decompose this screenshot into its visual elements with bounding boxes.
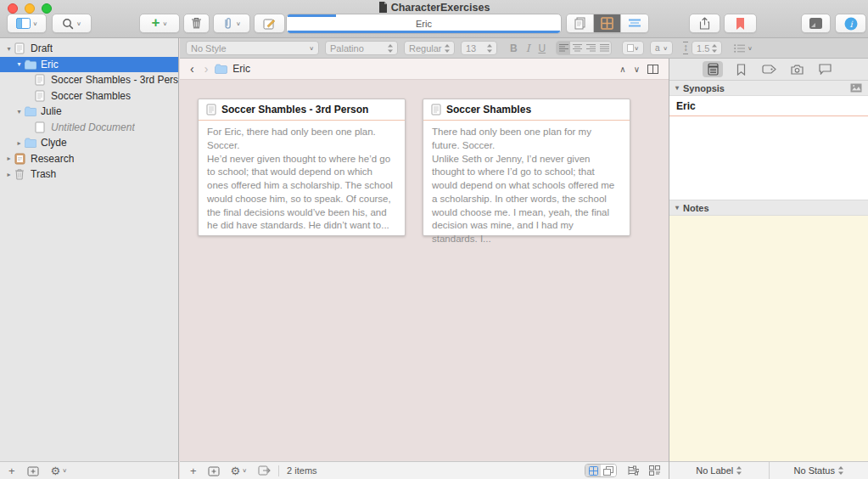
synopsis-title-text[interactable]: Eric xyxy=(669,96,868,116)
disclosure-closed-icon[interactable]: ▸ xyxy=(4,171,14,178)
add-item-button[interactable]: + ∨ xyxy=(139,14,180,33)
index-card-synopsis: For Eric, there had only been one plan. … xyxy=(199,121,405,238)
synopsis-editor[interactable]: Eric xyxy=(669,96,868,200)
add-folder-button[interactable] xyxy=(27,465,39,476)
binder-item-label: Soccer Shambles - 3rd Person xyxy=(51,74,178,86)
divider xyxy=(278,465,279,476)
attach-button[interactable]: ∨ xyxy=(213,14,250,33)
tab-notes[interactable] xyxy=(703,61,723,77)
corkboard-action-menu[interactable]: ⚙ ∨ xyxy=(231,465,248,476)
binder-item-soccer-shambles[interactable]: Soccer Shambles xyxy=(0,88,178,104)
index-card[interactable]: Soccer Shambles There had only been one … xyxy=(423,99,630,236)
binder-item-eric[interactable]: ▾ Eric xyxy=(0,57,178,73)
font-weight-value: Regular xyxy=(409,43,442,54)
notes-section-header[interactable]: ▾ Notes xyxy=(669,200,868,216)
binder-item-trash[interactable]: ▸ Trash xyxy=(0,166,178,183)
next-document-button[interactable]: ∨ xyxy=(634,65,640,74)
disclosure-open-icon[interactable]: ▾ xyxy=(4,45,14,53)
grid-corkboard-button[interactable] xyxy=(585,465,601,476)
highlight-dropdown[interactable]: a ∨ xyxy=(650,41,673,55)
window-title: CharacterExercises xyxy=(0,2,868,14)
align-right-button[interactable] xyxy=(584,42,597,54)
binder-item-research[interactable]: ▸ Research xyxy=(0,151,178,167)
info-icon: i xyxy=(844,17,858,31)
editor-location-label[interactable]: Eric xyxy=(232,63,250,75)
binder-item-draft[interactable]: ▾ Draft xyxy=(0,41,178,57)
corkboard-view-button[interactable] xyxy=(594,14,621,32)
corkboard-options-button[interactable] xyxy=(649,465,660,476)
underline-button[interactable]: U xyxy=(538,42,546,54)
disclosure-open-icon[interactable]: ▾ xyxy=(675,204,679,211)
status-popup[interactable]: No Status xyxy=(770,462,868,479)
disclosure-open-icon[interactable]: ▾ xyxy=(675,84,679,92)
text-color-dropdown[interactable]: ∨ xyxy=(622,41,644,55)
chevron-down-icon: ∨ xyxy=(33,20,38,25)
binder-item-soccer-shambles-3rd-person[interactable]: Soccer Shambles - 3rd Person xyxy=(0,72,178,88)
freeform-corkboard-button[interactable] xyxy=(601,465,616,476)
align-left-button[interactable] xyxy=(557,42,570,54)
scrivener-window: CharacterExercises ∨ ∨ + ∨ xyxy=(0,0,868,479)
open-in-other-editor-button[interactable] xyxy=(258,465,271,476)
bookmarks-button[interactable] xyxy=(724,14,757,33)
notes-editor[interactable] xyxy=(669,216,868,462)
titlebar: CharacterExercises ∨ ∨ + ∨ xyxy=(0,0,868,38)
synopsis-image-toggle[interactable] xyxy=(850,83,862,93)
list-dropdown[interactable]: ∨ xyxy=(734,44,753,53)
tab-metadata[interactable] xyxy=(759,61,779,77)
label-popup[interactable]: No Label xyxy=(669,462,770,479)
compose-mode-button[interactable] xyxy=(801,14,831,33)
disclosure-closed-icon[interactable]: ▸ xyxy=(14,139,24,147)
stepper-icon xyxy=(712,44,717,53)
bold-button[interactable]: B xyxy=(510,42,518,54)
arrange-by-label-button[interactable] xyxy=(627,465,639,476)
line-spacing-stepper[interactable]: 1.5 xyxy=(692,41,722,55)
inspector-toggle-button[interactable]: i xyxy=(835,14,866,33)
tab-comments[interactable] xyxy=(815,61,835,77)
synopsis-section-header[interactable]: ▾ Synopsis xyxy=(669,81,868,96)
trash-button[interactable] xyxy=(183,14,210,33)
tab-bookmarks[interactable] xyxy=(731,61,751,77)
search-button[interactable]: ∨ xyxy=(52,14,92,33)
previous-document-button[interactable]: ∧ xyxy=(619,65,625,74)
style-dropdown[interactable]: No Style ∨ xyxy=(186,41,319,55)
stepper-icon xyxy=(388,44,393,53)
compose-mode-icon xyxy=(809,18,822,29)
inspector-footer: No Label No Status xyxy=(669,461,868,479)
binder-item-julie[interactable]: ▾ Julie xyxy=(0,104,178,120)
align-justify-button[interactable] xyxy=(597,42,611,54)
chevron-down-icon: ∨ xyxy=(663,45,668,50)
font-dropdown[interactable]: Palatino xyxy=(325,41,398,55)
align-center-button[interactable] xyxy=(570,42,584,54)
italic-button[interactable]: I xyxy=(526,42,530,54)
disclosure-open-icon[interactable]: ▾ xyxy=(14,108,24,116)
tab-snapshots[interactable] xyxy=(787,61,807,77)
index-card-title: Soccer Shambles - 3rd Person xyxy=(221,104,368,116)
binder-item-untitled-document[interactable]: Untitled Document xyxy=(0,120,178,136)
add-document-button[interactable]: + xyxy=(190,465,197,476)
font-weight-dropdown[interactable]: Regular xyxy=(404,41,455,55)
share-icon xyxy=(699,17,710,30)
scrivenings-icon xyxy=(574,17,586,30)
toggle-binder-button[interactable]: ∨ xyxy=(7,14,47,33)
add-document-button[interactable]: + xyxy=(8,465,15,476)
label-popup-value: No Label xyxy=(696,465,733,476)
share-button[interactable] xyxy=(689,14,720,33)
split-editor-button[interactable] xyxy=(647,65,658,74)
binder-item-clyde[interactable]: ▸ Clyde xyxy=(0,135,178,151)
binder-action-menu[interactable]: ⚙ ∨ xyxy=(51,465,68,476)
font-size-stepper[interactable]: 13 xyxy=(461,41,497,55)
add-folder-button[interactable] xyxy=(208,465,220,476)
disclosure-open-icon[interactable]: ▾ xyxy=(14,60,24,68)
back-button[interactable]: ‹ xyxy=(190,62,194,76)
corkboard[interactable]: Soccer Shambles - 3rd Person For Eric, t… xyxy=(180,80,669,461)
disclosure-closed-icon[interactable]: ▸ xyxy=(4,155,14,162)
list-icon xyxy=(734,44,745,53)
compose-note-button[interactable] xyxy=(254,14,285,33)
outline-view-button[interactable] xyxy=(621,14,648,32)
scrivenings-view-button[interactable] xyxy=(567,14,594,32)
folder-icon xyxy=(25,137,37,149)
forward-button[interactable]: › xyxy=(204,62,209,76)
blank-document-icon xyxy=(35,121,48,133)
project-targets-field[interactable]: Eric xyxy=(286,14,562,34)
index-card[interactable]: Soccer Shambles - 3rd Person For Eric, t… xyxy=(198,99,406,236)
